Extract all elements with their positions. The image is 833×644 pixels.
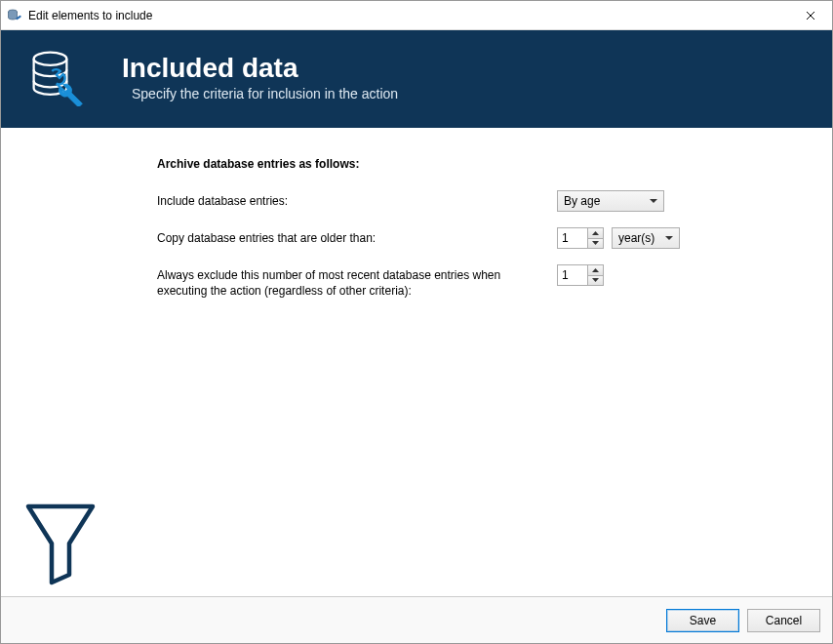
banner-heading: Included data xyxy=(122,53,398,84)
include-label: Include database entries: xyxy=(157,190,557,209)
older-than-up[interactable] xyxy=(588,228,603,239)
database-wrench-icon xyxy=(28,48,87,106)
unit-select[interactable]: year(s) xyxy=(612,227,680,249)
exclude-label: Always exclude this number of most recen… xyxy=(157,264,557,299)
banner: Included data Specify the criteria for i… xyxy=(1,30,832,128)
exclude-spinner[interactable] xyxy=(557,264,604,286)
content-area: Archive database entries as follows: Inc… xyxy=(1,128,832,596)
exclude-up[interactable] xyxy=(588,265,603,276)
include-select-value: By age xyxy=(564,194,600,208)
footer: Save Cancel xyxy=(1,596,832,643)
unit-select-value: year(s) xyxy=(618,231,654,245)
banner-subheading: Specify the criteria for inclusion in th… xyxy=(122,86,398,101)
older-than-label: Copy database entries that are older tha… xyxy=(157,227,557,246)
include-select[interactable]: By age xyxy=(557,190,664,212)
older-than-down[interactable] xyxy=(588,239,603,249)
row-include: Include database entries: By age xyxy=(157,190,703,212)
row-exclude: Always exclude this number of most recen… xyxy=(157,264,703,299)
funnel-icon xyxy=(22,501,99,586)
save-button[interactable]: Save xyxy=(666,609,739,632)
exclude-input[interactable] xyxy=(558,265,587,285)
section-heading: Archive database entries as follows: xyxy=(157,157,832,171)
exclude-down[interactable] xyxy=(588,276,603,286)
older-than-input[interactable] xyxy=(558,228,587,248)
banner-text: Included data Specify the criteria for i… xyxy=(122,53,398,101)
close-button[interactable] xyxy=(788,1,832,30)
titlebar: Edit elements to include xyxy=(1,1,832,30)
svg-point-2 xyxy=(34,53,67,65)
older-than-spinner[interactable] xyxy=(557,227,604,249)
cancel-button[interactable]: Cancel xyxy=(747,609,820,632)
window-title: Edit elements to include xyxy=(28,9,788,22)
row-older-than: Copy database entries that are older tha… xyxy=(157,227,703,249)
app-icon xyxy=(7,8,22,23)
